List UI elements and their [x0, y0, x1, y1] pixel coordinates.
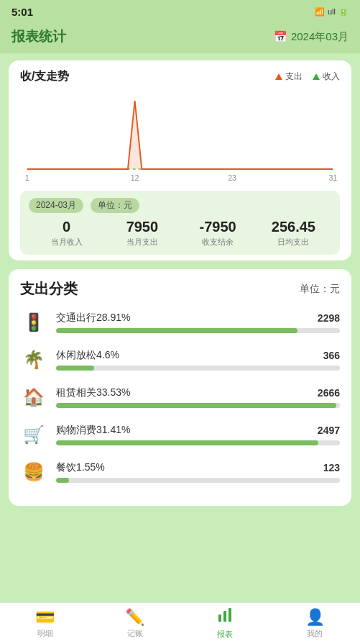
status-time: 5:01 — [11, 6, 33, 18]
category-amount-4: 123 — [323, 462, 340, 473]
category-item: 🚦 交通出行28.91% 2298 — [20, 309, 340, 336]
out-icon — [275, 73, 282, 80]
category-info-0: 交通出行28.91% 2298 — [56, 312, 340, 333]
in-icon — [313, 73, 320, 80]
nav-item-report[interactable]: 报表 — [180, 603, 270, 644]
category-amount-0: 2298 — [318, 312, 340, 324]
record-label: 记账 — [127, 628, 143, 639]
main-content: 收/支走势 支出 收入 1 12 — [0, 53, 360, 602]
stats-unit: 单位：元 — [91, 198, 139, 213]
category-name-0: 交通出行28.91% — [56, 312, 130, 325]
stats-row: 0 当月收入 7950 当月支出 -7950 收支结余 256.45 日均支出 — [29, 219, 331, 248]
category-card: 支出分类 单位：元 🚦 交通出行28.91% 2298 🌴 休闲放松4.6% 3… — [9, 269, 351, 506]
wifi-icon: 📶 — [315, 7, 325, 17]
progress-fill-4 — [56, 478, 69, 483]
category-info-4: 餐饮1.55% 123 — [56, 461, 340, 483]
svg-text:31: 31 — [328, 173, 337, 182]
category-amount-3: 2497 — [318, 425, 340, 436]
stats-month: 2024-03月 — [29, 198, 83, 213]
svg-marker-1 — [27, 101, 333, 169]
legend-out-label: 支出 — [285, 71, 303, 83]
stat-expense-label: 当月支出 — [104, 237, 180, 248]
legend-in: 收入 — [313, 71, 340, 83]
category-icon-1: 🌴 — [20, 346, 47, 373]
category-name-row-3: 购物消费31.41% 2497 — [56, 424, 340, 437]
stat-balance-value: -7950 — [180, 219, 256, 235]
chart-title: 收/支走势 — [20, 69, 69, 84]
category-info-2: 租赁相关33.53% 2666 — [56, 386, 340, 408]
nav-item-profile[interactable]: 👤 我的 — [270, 603, 360, 644]
record-icon: ✏️ — [125, 608, 144, 627]
detail-icon: 💳 — [35, 608, 55, 627]
trend-chart: 1 12 23 31 — [20, 90, 340, 183]
profile-icon: 👤 — [305, 608, 325, 627]
stat-income: 0 当月收入 — [29, 219, 104, 248]
category-item: 🛒 购物消费31.41% 2497 — [20, 421, 340, 448]
category-name-row-1: 休闲放松4.6% 366 — [56, 349, 340, 362]
progress-fill-2 — [56, 403, 336, 408]
signal-icon: ull — [328, 7, 336, 16]
chart-card: 收/支走势 支出 收入 1 12 — [9, 60, 351, 260]
profile-label: 我的 — [307, 628, 323, 639]
stat-balance: -7950 收支结余 — [180, 219, 256, 248]
stat-daily: 256.45 日均支出 — [256, 219, 331, 248]
category-title: 支出分类 — [20, 279, 78, 299]
category-info-3: 购物消费31.41% 2497 — [56, 424, 340, 445]
stat-income-value: 0 — [29, 219, 104, 235]
category-name-row-0: 交通出行28.91% 2298 — [56, 312, 340, 325]
legend-out: 支出 — [275, 71, 303, 83]
category-info-1: 休闲放松4.6% 366 — [56, 349, 340, 371]
stat-daily-label: 日均支出 — [256, 237, 331, 248]
stat-income-label: 当月收入 — [29, 237, 104, 248]
page-title: 报表统计 — [11, 27, 66, 46]
header-date-text: 2024年03月 — [291, 30, 349, 44]
legend-in-label: 收入 — [323, 71, 340, 83]
category-icon-4: 🍔 — [20, 458, 47, 486]
nav-item-record[interactable]: ✏️ 记账 — [90, 603, 180, 644]
category-item: 🍔 餐饮1.55% 123 — [20, 458, 340, 486]
progress-bg-3 — [56, 440, 340, 445]
progress-bg-4 — [56, 478, 340, 483]
nav-item-detail[interactable]: 💳 明细 — [0, 603, 90, 644]
report-icon — [217, 607, 233, 627]
chart-legend: 支出 收入 — [275, 71, 340, 83]
header-date[interactable]: 📅 2024年03月 — [274, 30, 349, 44]
category-name-1: 休闲放松4.6% — [56, 349, 119, 362]
progress-fill-3 — [56, 440, 318, 445]
progress-bg-2 — [56, 403, 340, 408]
category-name-4: 餐饮1.55% — [56, 461, 105, 474]
category-header: 支出分类 单位：元 — [20, 279, 340, 299]
status-icons: 📶 ull 🔋 — [315, 7, 349, 17]
category-icon-3: 🛒 — [20, 421, 47, 448]
category-unit: 单位：元 — [300, 283, 340, 296]
detail-label: 明细 — [37, 628, 53, 639]
svg-rect-6 — [218, 614, 221, 622]
stat-balance-label: 收支结余 — [180, 237, 256, 248]
svg-text:12: 12 — [131, 173, 139, 182]
stat-expense-value: 7950 — [104, 219, 180, 235]
stats-meta: 2024-03月 单位：元 — [29, 198, 331, 213]
status-bar: 5:01 📶 ull 🔋 — [0, 0, 360, 23]
category-name-3: 购物消费31.41% — [56, 424, 130, 437]
chart-header: 收/支走势 支出 收入 — [20, 69, 340, 84]
category-amount-2: 2666 — [318, 387, 340, 399]
stats-summary: 2024-03月 单位：元 0 当月收入 7950 当月支出 -7950 收支结… — [20, 191, 340, 255]
category-list: 🚦 交通出行28.91% 2298 🌴 休闲放松4.6% 366 🏠 租赁 — [20, 309, 340, 486]
progress-bg-1 — [56, 366, 340, 371]
category-amount-1: 366 — [323, 350, 340, 361]
bottom-nav: 💳 明细 ✏️ 记账 报表 👤 我的 — [0, 602, 360, 644]
battery-icon: 🔋 — [338, 7, 349, 17]
progress-bg-0 — [56, 328, 340, 333]
svg-rect-7 — [223, 611, 226, 622]
calendar-icon: 📅 — [274, 30, 287, 43]
category-name-row-4: 餐饮1.55% 123 — [56, 461, 340, 474]
category-item: 🌴 休闲放松4.6% 366 — [20, 346, 340, 373]
stat-daily-value: 256.45 — [256, 219, 331, 235]
svg-rect-8 — [229, 608, 231, 622]
progress-fill-1 — [56, 366, 94, 371]
progress-fill-0 — [56, 328, 297, 333]
category-icon-0: 🚦 — [20, 309, 47, 336]
report-label: 报表 — [217, 629, 233, 640]
svg-text:23: 23 — [228, 173, 236, 182]
svg-text:1: 1 — [25, 173, 29, 182]
